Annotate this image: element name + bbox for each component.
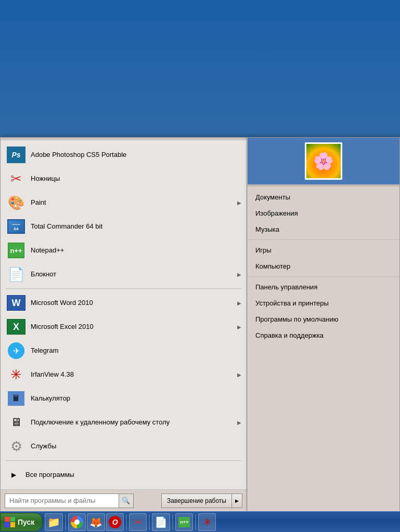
scissors-icon: ✂ bbox=[6, 169, 27, 188]
taskbar-item-chrome[interactable] bbox=[68, 513, 86, 531]
menu-item-scissors[interactable]: ✂ Ножницы bbox=[1, 167, 247, 191]
menu-item-word[interactable]: W Microsoft Word 2010 ▶ bbox=[1, 291, 247, 315]
menu-item-telegram-label: Telegram bbox=[31, 347, 241, 355]
start-label: Пуск bbox=[18, 518, 34, 526]
search-bar: 🔍 Завершение работы ▶ bbox=[1, 489, 247, 511]
services-icon: ⚙ bbox=[6, 437, 27, 456]
menu-item-irfanview[interactable]: ✳ IrfanView 4.38 ▶ bbox=[1, 363, 247, 387]
taskbar-item-folder[interactable]: 📁 bbox=[45, 513, 63, 531]
menu-item-rdp[interactable]: 🖥 Подключение к удаленному рабочему стол… bbox=[1, 410, 247, 434]
taskbar: Пуск 📁 🦊 O ✂ 📄 n bbox=[0, 511, 400, 532]
right-item-games[interactable]: Игры bbox=[248, 242, 399, 258]
taskbar-item-scissors[interactable]: ✂ bbox=[129, 513, 147, 531]
left-panel: Ps Adobe Photoshop CS5 Portable ✂ Ножниц… bbox=[0, 137, 247, 511]
desktop: Ps Adobe Photoshop CS5 Portable ✂ Ножниц… bbox=[0, 0, 400, 511]
menu-item-totalcmd[interactable]: ═══ 64 Total Commander 64 bit bbox=[1, 215, 247, 238]
right-item-controlpanel[interactable]: Панель управления bbox=[248, 279, 399, 295]
right-item-defaultprograms[interactable]: Программы по умолчанию bbox=[248, 311, 399, 327]
paint-icon: 🎨 bbox=[6, 193, 27, 212]
menu-item-calculator-label: Калькулятор bbox=[31, 394, 241, 403]
menu-item-notepad-label: Блокнот bbox=[31, 270, 235, 279]
irfanview-arrow: ▶ bbox=[237, 372, 241, 378]
menu-item-paint-label: Paint bbox=[31, 198, 235, 207]
menu-item-notepad[interactable]: 📄 Блокнот ▶ bbox=[1, 262, 247, 286]
user-area: 🌸 bbox=[248, 138, 399, 184]
user-avatar: 🌸 bbox=[305, 142, 342, 180]
excel-arrow: ▶ bbox=[237, 324, 241, 330]
taskbar-item-irfanview[interactable]: ✳ bbox=[198, 513, 216, 531]
right-item-help[interactable]: Справка и поддержка bbox=[248, 327, 399, 343]
taskbar-sep-1 bbox=[65, 514, 66, 530]
paint-arrow: ▶ bbox=[237, 200, 241, 206]
right-panel: 🌸 Документы Изображения М bbox=[247, 137, 400, 511]
taskbar-sep-4 bbox=[172, 514, 173, 530]
notepadpp-taskbar-icon: n++ bbox=[178, 517, 190, 527]
right-item-images[interactable]: Изображения bbox=[248, 205, 399, 221]
menu-item-rdp-label: Подключение к удаленному рабочему столу bbox=[31, 418, 235, 427]
search-input[interactable] bbox=[5, 494, 119, 508]
shutdown-arrow-button[interactable]: ▶ bbox=[232, 494, 242, 508]
start-menu: Ps Adobe Photoshop CS5 Portable ✂ Ножниц… bbox=[0, 12, 400, 511]
divider-2 bbox=[6, 460, 241, 461]
windows-logo-icon bbox=[5, 517, 15, 527]
telegram-icon: ✈ bbox=[6, 341, 27, 360]
totalcmd-icon: ═══ 64 bbox=[6, 217, 27, 236]
notepad-taskbar-icon: 📄 bbox=[154, 516, 167, 528]
irfanview-taskbar-icon: ✳ bbox=[203, 516, 212, 528]
menu-item-excel[interactable]: X Microsoft Excel 2010 ▶ bbox=[1, 315, 247, 339]
chrome-icon bbox=[71, 516, 83, 528]
right-menu-items: Документы Изображения Музыка Игры bbox=[248, 187, 399, 346]
taskbar-items: 📁 🦊 O ✂ 📄 n++ bbox=[43, 512, 218, 532]
menu-item-services-label: Службы bbox=[31, 442, 241, 451]
taskbar-item-firefox[interactable]: 🦊 bbox=[87, 513, 105, 531]
scissors-taskbar-icon: ✂ bbox=[134, 516, 143, 528]
menu-item-calculator[interactable]: 🖩 Калькулятор bbox=[1, 387, 247, 410]
start-menu-container: Ps Adobe Photoshop CS5 Portable ✂ Ножниц… bbox=[0, 137, 400, 511]
taskbar-sep-2 bbox=[126, 514, 127, 530]
start-button[interactable]: Пуск bbox=[0, 513, 43, 531]
right-item-documents[interactable]: Документы bbox=[248, 189, 399, 205]
photoshop-icon: Ps bbox=[6, 145, 27, 164]
menu-item-notepadpp-label: Notepad++ bbox=[31, 246, 241, 255]
menu-item-scissors-label: Ножницы bbox=[31, 175, 241, 183]
right-divider-1 bbox=[248, 240, 399, 240]
menu-item-paint[interactable]: 🎨 Paint ▶ bbox=[1, 191, 247, 215]
menu-item-photoshop-label: Adobe Photoshop CS5 Portable bbox=[31, 151, 241, 159]
menu-item-allprograms-label: Все программы bbox=[25, 471, 241, 480]
folder-icon: 📁 bbox=[47, 516, 60, 528]
taskbar-sep-5 bbox=[195, 514, 196, 530]
divider-1 bbox=[6, 288, 241, 289]
excel-icon: X bbox=[6, 317, 27, 336]
irfanview-icon: ✳ bbox=[6, 365, 27, 384]
shutdown-button[interactable]: Завершение работы bbox=[161, 494, 232, 508]
right-divider-2 bbox=[248, 276, 399, 277]
menu-item-totalcmd-label: Total Commander 64 bit bbox=[31, 222, 241, 231]
taskbar-item-opera[interactable]: O bbox=[106, 513, 124, 531]
taskbar-item-notepad[interactable]: 📄 bbox=[152, 513, 170, 531]
menu-item-photoshop[interactable]: Ps Adobe Photoshop CS5 Portable bbox=[1, 143, 247, 167]
taskbar-item-notepadpp[interactable]: n++ bbox=[175, 513, 193, 531]
allprograms-icon: ▶ bbox=[6, 466, 21, 484]
calculator-icon: 🖩 bbox=[6, 389, 27, 408]
word-icon: W bbox=[6, 294, 27, 312]
menu-item-allprograms[interactable]: ▶ Все программы bbox=[1, 463, 247, 487]
menu-items-left: Ps Adobe Photoshop CS5 Portable ✂ Ножниц… bbox=[1, 140, 247, 489]
word-arrow: ▶ bbox=[237, 300, 241, 306]
rdp-arrow: ▶ bbox=[237, 420, 241, 425]
search-icon: 🔍 bbox=[122, 497, 130, 504]
menu-item-excel-label: Microsoft Excel 2010 bbox=[31, 323, 235, 331]
right-item-computer[interactable]: Компьютер bbox=[248, 258, 399, 274]
opera-icon: O bbox=[109, 516, 121, 528]
taskbar-sep-3 bbox=[149, 514, 150, 530]
firefox-icon: 🦊 bbox=[89, 516, 102, 528]
menu-item-services[interactable]: ⚙ Службы bbox=[1, 434, 247, 458]
menu-item-notepadpp[interactable]: n++ Notepad++ bbox=[1, 238, 247, 262]
rdp-icon: 🖥 bbox=[6, 413, 27, 432]
right-item-devices[interactable]: Устройства и принтеры bbox=[248, 295, 399, 311]
menu-item-telegram[interactable]: ✈ Telegram bbox=[1, 339, 247, 363]
menu-item-word-label: Microsoft Word 2010 bbox=[31, 299, 235, 308]
right-item-music[interactable]: Музыка bbox=[248, 221, 399, 237]
notepad-icon: 📄 bbox=[6, 265, 27, 284]
shutdown-label: Завершение работы bbox=[167, 497, 226, 504]
search-button[interactable]: 🔍 bbox=[119, 494, 134, 508]
